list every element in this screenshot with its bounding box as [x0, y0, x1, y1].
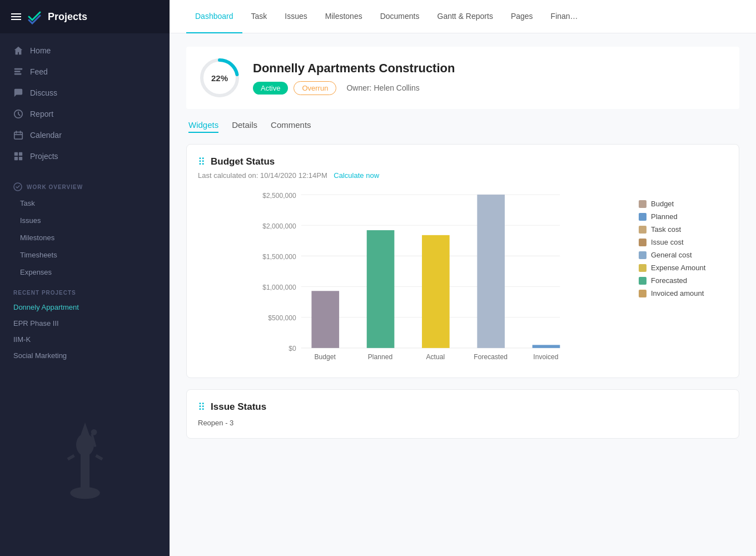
sidebar-item-expenses[interactable]: Expenses: [0, 264, 170, 281]
top-nav-task[interactable]: Task: [242, 0, 276, 33]
bar-actual: [422, 235, 450, 348]
legend-color-budget: [639, 200, 646, 208]
project-info: Donnelly Apartments Construction Active …: [253, 61, 728, 95]
bar-budget: [311, 291, 339, 348]
brand-logo-icon: [27, 9, 42, 24]
chart-area: $2,500,000 $2,000,000 $1,500,000 $1,000,…: [198, 188, 628, 366]
sidebar-item-discuss-label: Discuss: [30, 88, 57, 97]
svg-text:$0: $0: [289, 345, 296, 353]
svg-rect-16: [95, 454, 103, 460]
svg-rect-2: [14, 73, 22, 75]
svg-text:$1,000,000: $1,000,000: [262, 284, 296, 291]
legend-task-cost: Task cost: [639, 225, 728, 234]
svg-text:$2,000,000: $2,000,000: [262, 222, 296, 230]
calculate-now-link[interactable]: Calculate now: [334, 171, 379, 180]
chart-legend: Budget Planned Task cost Issue cost: [639, 188, 728, 366]
sidebar-item-timesheets[interactable]: Timesheets: [0, 246, 170, 264]
svg-rect-5: [14, 152, 18, 156]
progress-label: 22%: [211, 73, 228, 83]
legend-label-task-cost: Task cost: [651, 225, 681, 234]
svg-text:$1,500,000: $1,500,000: [262, 253, 296, 261]
sidebar-item-feed[interactable]: Feed: [0, 61, 170, 82]
top-nav-gantt[interactable]: Gantt & Reports: [429, 0, 502, 33]
legend-general-cost: General cost: [639, 251, 728, 259]
budget-widget-header: ⠿ Budget Status: [198, 156, 728, 168]
issue-status-row: Reopen - 3: [198, 419, 728, 427]
sidebar-header: Projects: [0, 0, 170, 33]
sidebar-item-milestones[interactable]: Milestones: [0, 229, 170, 246]
sidebar-item-discuss[interactable]: Discuss: [0, 82, 170, 103]
svg-rect-15: [67, 454, 74, 460]
top-nav-finance[interactable]: Finan…: [542, 0, 587, 33]
owner-text: Owner: Helen Collins: [346, 83, 420, 92]
sidebar-item-projects[interactable]: Projects: [0, 146, 170, 167]
project-header: 22% Donnelly Apartments Construction Act…: [186, 47, 739, 109]
calendar-icon: [13, 130, 23, 140]
recent-project-social[interactable]: Social Marketing: [0, 348, 170, 364]
reopen-badge: Reopen - 3: [198, 419, 233, 427]
sidebar-item-issues[interactable]: Issues: [0, 212, 170, 229]
sidebar-item-projects-label: Projects: [30, 152, 58, 161]
legend-invoiced: Invoiced amount: [639, 289, 728, 297]
sidebar-item-report[interactable]: Report: [0, 103, 170, 125]
legend-color-planned: [639, 213, 646, 221]
legend-color-general-cost: [639, 251, 646, 259]
top-nav-documents[interactable]: Documents: [371, 0, 429, 33]
sidebar-item-calendar[interactable]: Calendar: [0, 125, 170, 146]
svg-text:Planned: Planned: [368, 353, 393, 361]
work-overview-label: WORK OVERVIEW: [27, 184, 83, 190]
budget-widget-title: Budget Status: [211, 156, 275, 167]
sidebar-item-report-label: Report: [30, 110, 53, 118]
top-nav-pages[interactable]: Pages: [502, 0, 542, 33]
legend-expense-amount: Expense Amount: [639, 264, 728, 272]
recent-project-iimk[interactable]: IIM-K: [0, 331, 170, 348]
recent-project-donnely[interactable]: Donnely Appartment: [0, 299, 170, 315]
work-overview-section: WORK OVERVIEW: [0, 173, 170, 195]
brand-name: Projects: [48, 11, 87, 23]
chart-container: $2,500,000 $2,000,000 $1,500,000 $1,000,…: [198, 188, 728, 366]
progress-circle: 22%: [197, 56, 242, 100]
sub-tabs: Widgets Details Comments: [186, 120, 739, 133]
legend-label-budget: Budget: [651, 200, 674, 208]
sidebar: Projects Home Feed Discuss Report: [0, 0, 170, 556]
sidebar-nav: Home Feed Discuss Report C: [0, 33, 170, 173]
budget-bar-chart: $2,500,000 $2,000,000 $1,500,000 $1,000,…: [198, 188, 628, 366]
sidebar-item-calendar-label: Calendar: [30, 131, 62, 140]
sidebar-watermark: [29, 389, 141, 500]
tab-widgets[interactable]: Widgets: [188, 120, 218, 133]
hamburger-icon[interactable]: [11, 13, 21, 20]
top-nav-milestones[interactable]: Milestones: [316, 0, 371, 33]
budget-widget: ⠿ Budget Status Last calculated on: 10/1…: [186, 144, 739, 378]
svg-text:Actual: Actual: [426, 353, 445, 361]
legend-label-forecasted: Forecasted: [651, 276, 687, 285]
recent-project-epr[interactable]: EPR Phase III: [0, 315, 170, 331]
legend-label-issue-cost: Issue cost: [651, 238, 684, 246]
bar-planned: [367, 230, 395, 348]
content-area: 22% Donnelly Apartments Construction Act…: [170, 33, 756, 556]
top-nav-issues[interactable]: Issues: [276, 0, 316, 33]
sidebar-item-task[interactable]: Task: [0, 195, 170, 212]
legend-budget: Budget: [639, 200, 728, 208]
legend-planned: Planned: [639, 212, 728, 221]
svg-rect-0: [14, 68, 22, 70]
sidebar-item-home[interactable]: Home: [0, 40, 170, 61]
svg-rect-7: [14, 157, 18, 160]
sidebar-item-feed-label: Feed: [30, 67, 48, 76]
tab-details[interactable]: Details: [232, 120, 257, 133]
legend-color-expense: [639, 264, 646, 272]
budget-widget-subtitle: Last calculated on: 10/14/2020 12:14PM C…: [198, 171, 728, 180]
tab-comments[interactable]: Comments: [271, 120, 311, 133]
legend-forecasted: Forecasted: [639, 276, 728, 285]
project-badges: Active Overrun Owner: Helen Collins: [253, 81, 728, 95]
top-nav: Dashboard Task Issues Milestones Documen…: [170, 0, 756, 33]
legend-color-task-cost: [639, 226, 646, 234]
bar-forecasted: [477, 195, 505, 348]
svg-rect-6: [19, 152, 22, 156]
discuss-icon: [13, 88, 23, 98]
budget-grid-icon: ⠿: [198, 156, 205, 168]
svg-rect-13: [82, 434, 88, 449]
recent-projects-section: RECENT PROJECTS: [0, 281, 170, 299]
top-nav-dashboard[interactable]: Dashboard: [186, 0, 242, 33]
svg-text:Budget: Budget: [314, 353, 336, 361]
svg-rect-8: [19, 157, 22, 160]
